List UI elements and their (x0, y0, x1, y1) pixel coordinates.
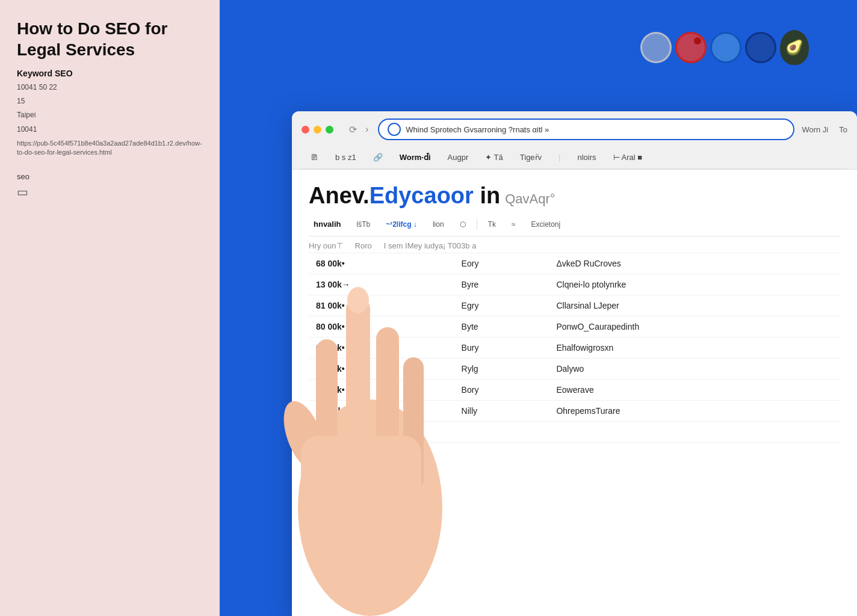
data-table: 68 00k• Eory ΔvkeD RuCroves 13 00k→ Byre… (309, 253, 840, 443)
cortana-circle-3 (710, 32, 741, 63)
table-row: 68 00k• Eory ΔvkeD RuCroves (309, 253, 840, 274)
traffic-lights (302, 126, 333, 134)
keyword-label: Keyword SEO (17, 69, 203, 78)
cell-diff: Byte (454, 316, 549, 337)
main-area: 🥑 ⟳ › Whind Sprote (220, 0, 857, 616)
th-lstb[interactable]: ls̈Tb (352, 218, 376, 231)
cell-volume: 68 00k• (309, 253, 454, 274)
toolbar-nloirs[interactable]: nloirs (574, 151, 599, 164)
sub-header-2: Roro (355, 241, 372, 250)
cell-volume: 32 00k• (309, 380, 454, 401)
traffic-light-green[interactable] (326, 126, 333, 134)
cortana-circle-1 (640, 32, 672, 63)
toolbar-worm[interactable]: Worm·d̈i (397, 151, 434, 164)
th-tk[interactable]: Tk (483, 218, 501, 231)
cell-keyword: Clqnei-lo ptolynrke (549, 274, 840, 295)
content-subtitle: QavAqr° (505, 191, 555, 207)
table-row: 17 00k• Rylg Dalywo (309, 359, 840, 380)
top-icons-area: 🥑 (640, 30, 809, 65)
toolbar-link[interactable]: 🔗 (370, 151, 386, 164)
cortana-circle-4 (745, 32, 776, 63)
th-lion[interactable]: lion (428, 218, 449, 231)
back-icon[interactable]: ⟳ (347, 123, 359, 137)
nav-buttons: ⟳ › (347, 123, 371, 137)
cell-diff: Bory (454, 380, 549, 401)
cell-keyword: Ehalfowigrosxn (549, 337, 840, 359)
traffic-light-yellow[interactable] (314, 126, 321, 134)
sidebar-icon: ▭ (17, 185, 203, 199)
avocado-icon: 🥑 (780, 30, 809, 65)
nav-item-worm[interactable]: Worn Ji (802, 125, 828, 134)
page-title: How to Do SEO for Legal Services (17, 18, 203, 60)
toolbar-aral[interactable]: ⊢ Aral ■ (610, 151, 645, 164)
toolbar-row: 🖹 b s z1 🔗 Worm·d̈i Augpr ✦ Tā Tiger̈v |… (302, 146, 847, 169)
heading-part3: in (474, 183, 500, 208)
cell-volume: 62 00k• (309, 337, 454, 359)
browser-chrome: ⟳ › Whind Sprotech Gvsarroning ?rnats αi… (292, 111, 857, 170)
heading-part1: Anev. (309, 183, 370, 208)
sidebar: How to Do SEO for Legal Services Keyword… (0, 0, 220, 616)
th-hnvalih[interactable]: hnvalih (309, 217, 346, 231)
sub-header-3: I sem IMey iudya¡ T003b a (384, 241, 477, 250)
cell-keyword: PonwO_Caurapedinth (549, 316, 840, 337)
cell-diff: Eory (454, 253, 549, 274)
cell-diff: Egry (454, 295, 549, 316)
meta-line1: 10041 50 22 (17, 82, 203, 93)
cell-diff (454, 422, 549, 443)
th-excietonj[interactable]: Excietonj (527, 218, 566, 231)
browser-top-bar: ⟳ › Whind Sprotech Gvsarroning ?rnats αi… (302, 111, 847, 146)
cell-keyword (549, 422, 840, 443)
browser-nav-items: Worn Ji To (802, 125, 847, 134)
toolbar-bsz[interactable]: b s z1 (332, 151, 359, 164)
cell-volume: 13 00k→ (309, 274, 454, 295)
sidebar-url: https://pub-5c454f571b8e40a3a2aad27ade84… (17, 139, 203, 158)
browser-circle-icon (388, 123, 401, 136)
cell-volume: 8F 00k• (309, 422, 454, 443)
cell-keyword: Cllarsinal LJeper (549, 295, 840, 316)
table-row: 62 00k• Bury Ehalfowigrosxn (309, 337, 840, 359)
nav-item-to[interactable]: To (839, 125, 847, 134)
table-header-row: hnvalih ls̈Tb ~¹2lifcg ↓ lion ⬡ Tk ≈ Exc… (309, 212, 840, 236)
cell-keyword: Dalywo (549, 359, 840, 380)
cell-diff: Bury (454, 337, 549, 359)
cell-keyword: OhrepemsTurare (549, 401, 840, 422)
forward-icon[interactable]: › (363, 123, 371, 136)
th-separator (477, 219, 477, 230)
table-row: 81 00k• Egry Cllarsinal LJeper (309, 295, 840, 316)
toolbar-sep: | (555, 151, 563, 164)
heading-part2: Edycaoor (370, 183, 474, 208)
cell-volume: 80 00k• (309, 316, 454, 337)
meta-zip: 10041 (17, 124, 203, 135)
cell-diff: Rylg (454, 359, 549, 380)
toolbar-cp[interactable]: 🖹 (308, 151, 321, 164)
sidebar-tag: seo (17, 172, 203, 181)
th-filter[interactable]: ~¹2lifcg ↓ (381, 218, 422, 231)
cell-keyword: Eowerave (549, 380, 840, 401)
toolbar-ta[interactable]: ✦ Tā (482, 151, 506, 164)
cell-volume: 17 00k• (309, 359, 454, 380)
cell-volume: S0 00k• (309, 401, 454, 422)
address-text: Whind Sprotech Gvsarroning ?rnats αitl » (406, 125, 785, 134)
cell-diff: Nilly (454, 401, 549, 422)
table-row: 80 00k• Byte PonwO_Caurapedinth (309, 316, 840, 337)
table-row: 13 00k→ Byre Clqnei-lo ptolynrke (309, 274, 840, 295)
th-hex[interactable]: ⬡ (455, 218, 471, 231)
th-approx[interactable]: ≈ (507, 218, 521, 231)
meta-line2: 15 (17, 96, 203, 107)
toolbar-tigerv[interactable]: Tiger̈v (517, 151, 545, 164)
table-row: 32 00k• Bory Eowerave (309, 380, 840, 401)
address-bar[interactable]: Whind Sprotech Gvsarroning ?rnats αitl » (378, 119, 794, 140)
cell-volume: 81 00k• (309, 295, 454, 316)
cell-keyword: ΔvkeD RuCroves (549, 253, 840, 274)
traffic-light-red[interactable] (302, 126, 309, 134)
browser-window: ⟳ › Whind Sprotech Gvsarroning ?rnats αi… (292, 111, 857, 616)
cell-diff: Byre (454, 274, 549, 295)
meta-city: Taipei (17, 109, 203, 121)
toolbar-augpr[interactable]: Augpr (445, 151, 472, 164)
table-row: 8F 00k• (309, 422, 840, 443)
table-row: S0 00k• Nilly OhrepemsTurare (309, 401, 840, 422)
sub-header-1: Hry oun⊤ (309, 241, 343, 250)
cortana-circle-2 (675, 32, 707, 63)
browser-content: Anev.Edycaoor in QavAqr° hnvalih ls̈Tb ~… (292, 170, 857, 616)
content-heading: Anev.Edycaoor in (309, 183, 500, 209)
